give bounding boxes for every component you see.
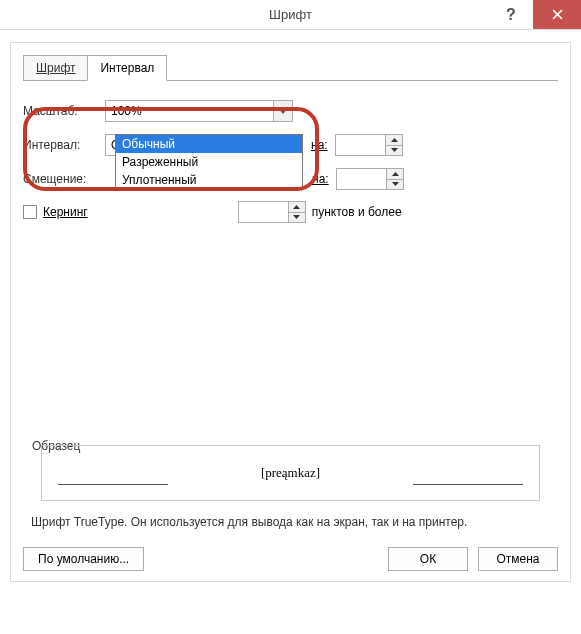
triangle-down-icon bbox=[391, 148, 398, 152]
spin-up-button[interactable] bbox=[386, 135, 402, 146]
triangle-up-icon bbox=[391, 138, 398, 142]
points-label: пунктов и более bbox=[312, 205, 402, 219]
interval-label: Интервал: bbox=[23, 138, 105, 152]
offset-amount-spinner[interactable] bbox=[336, 168, 404, 190]
tab-strip: Шрифт Интервал bbox=[23, 55, 558, 81]
spin-down-button[interactable] bbox=[289, 213, 305, 223]
interval-dropdown-list[interactable]: Обычный Разреженный Уплотненный bbox=[115, 134, 303, 190]
offset-amount-input[interactable] bbox=[336, 168, 386, 190]
triangle-down-icon bbox=[392, 182, 399, 186]
offset-amount-label: на: bbox=[312, 172, 336, 186]
interval-amount-input[interactable] bbox=[335, 134, 385, 156]
kerning-label: Кернинг bbox=[43, 205, 88, 219]
triangle-up-icon bbox=[392, 172, 399, 176]
font-description: Шрифт TrueType. Он используется для выво… bbox=[31, 515, 554, 529]
kerning-size-spinner[interactable] bbox=[238, 201, 306, 223]
triangle-up-icon bbox=[293, 205, 300, 209]
scale-combo[interactable]: 100% bbox=[105, 100, 293, 122]
offset-label: Смещение: bbox=[23, 172, 105, 186]
dropdown-item-condensed[interactable]: Уплотненный bbox=[116, 171, 302, 189]
triangle-down-icon bbox=[293, 215, 300, 219]
scale-label: Масштаб: bbox=[23, 104, 105, 118]
close-icon bbox=[552, 9, 563, 20]
scale-dropdown-button[interactable] bbox=[273, 100, 293, 122]
spin-up-button[interactable] bbox=[289, 202, 305, 213]
spin-down-button[interactable] bbox=[387, 180, 403, 190]
kerning-size-input[interactable] bbox=[238, 201, 288, 223]
tab-font[interactable]: Шрифт bbox=[23, 55, 87, 81]
tab-interval[interactable]: Интервал bbox=[87, 55, 167, 81]
spin-up-button[interactable] bbox=[387, 169, 403, 180]
ok-button[interactable]: ОК bbox=[388, 547, 468, 571]
dropdown-item-normal[interactable]: Обычный bbox=[116, 135, 302, 153]
cancel-button[interactable]: Отмена bbox=[478, 547, 558, 571]
spin-down-button[interactable] bbox=[386, 146, 402, 156]
sample-text: [preąmkaz] bbox=[261, 465, 320, 481]
kerning-checkbox[interactable] bbox=[23, 205, 37, 219]
interval-amount-label: на: bbox=[311, 138, 335, 152]
scale-value[interactable]: 100% bbox=[105, 100, 273, 122]
default-button[interactable]: По умолчанию... bbox=[23, 547, 144, 571]
help-button[interactable]: ? bbox=[489, 0, 533, 29]
interval-amount-spinner[interactable] bbox=[335, 134, 403, 156]
dropdown-item-expanded[interactable]: Разреженный bbox=[116, 153, 302, 171]
window-title: Шрифт bbox=[269, 7, 312, 22]
close-button[interactable] bbox=[533, 0, 581, 29]
sample-preview: [preąmkaz] bbox=[41, 445, 540, 501]
chevron-down-icon bbox=[279, 109, 287, 114]
